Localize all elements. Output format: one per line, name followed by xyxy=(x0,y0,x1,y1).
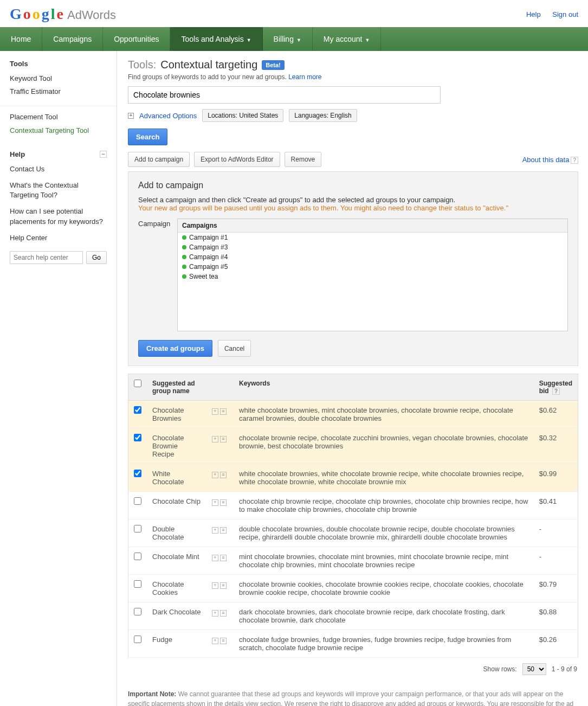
row-bid: $0.88 xyxy=(534,602,578,630)
nav-account[interactable]: My account▼ xyxy=(313,27,382,51)
sidebar-help-center[interactable]: Help Center xyxy=(10,232,107,245)
expand-icon[interactable]: + xyxy=(212,582,218,589)
col-keywords-header[interactable]: Keywords xyxy=(234,374,534,401)
row-bid: - xyxy=(534,547,578,575)
nav-campaigns[interactable]: Campaigns xyxy=(42,27,103,51)
col-bid-header[interactable]: Suggested bid ? xyxy=(534,374,578,401)
row-keywords: chocolate chip brownie recipe, chocolate… xyxy=(234,492,534,519)
nav-opportunities[interactable]: Opportunities xyxy=(103,27,170,51)
row-checkbox[interactable] xyxy=(134,470,141,477)
expand-icon[interactable]: + xyxy=(212,436,218,442)
row-checkbox[interactable] xyxy=(134,636,141,643)
row-checkbox[interactable] xyxy=(134,580,141,588)
select-all-checkbox[interactable] xyxy=(134,380,141,387)
row-keywords: mint chocolate brownies, chocolate mint … xyxy=(234,547,534,575)
advanced-options-link[interactable]: Advanced Options xyxy=(139,112,197,120)
row-bid: - xyxy=(534,519,578,547)
list-icon[interactable]: ≡ xyxy=(220,436,227,442)
nav-tools[interactable]: Tools and Analysis▼ xyxy=(170,27,262,51)
row-bid: $0.26 xyxy=(534,630,578,658)
help-icon: ? xyxy=(571,157,578,164)
row-checkbox[interactable] xyxy=(134,608,141,615)
list-icon[interactable]: ≡ xyxy=(220,582,227,589)
cancel-button[interactable]: Cancel xyxy=(218,340,251,357)
expand-icon[interactable]: + xyxy=(212,610,218,617)
nav-home[interactable]: Home xyxy=(0,27,42,51)
campaign-item[interactable]: Campaign #5 xyxy=(178,262,567,272)
list-icon[interactable]: ≡ xyxy=(220,527,227,534)
sidebar-contextual-tool[interactable]: Contextual Targeting Tool xyxy=(10,124,107,137)
expand-icon[interactable]: + xyxy=(128,113,134,119)
important-note: Important Note: We cannot guarantee that… xyxy=(128,689,578,706)
sidebar-tools-heading: Tools xyxy=(10,57,107,72)
row-checkbox[interactable] xyxy=(134,525,141,532)
search-help-input[interactable] xyxy=(10,251,83,264)
expand-icon[interactable]: + xyxy=(212,408,218,415)
panel-title: Add to campaign xyxy=(138,181,568,190)
expand-icon[interactable]: + xyxy=(212,527,218,534)
sidebar: Tools Keyword Tool Traffic Estimator Pla… xyxy=(0,51,117,706)
campaign-item[interactable]: Campaign #4 xyxy=(178,252,567,262)
row-name: Double Chocolate xyxy=(147,519,206,547)
sidebar-placement-tool[interactable]: Placement Tool xyxy=(10,111,107,124)
col-name-header[interactable]: Suggested ad group name xyxy=(147,374,206,401)
row-bid: $0.99 xyxy=(534,464,578,492)
add-to-campaign-button[interactable]: Add to campaign xyxy=(128,152,190,167)
campaign-item[interactable]: Campaign #3 xyxy=(178,242,567,252)
row-bid: $0.32 xyxy=(534,428,578,464)
row-checkbox[interactable] xyxy=(134,497,141,505)
row-name: Dark Chocolate xyxy=(147,602,206,630)
list-icon[interactable]: ≡ xyxy=(220,499,227,506)
sidebar-help-heading: Help − xyxy=(10,148,107,163)
campaign-item[interactable]: Sweet tea xyxy=(178,272,567,281)
list-icon[interactable]: ≡ xyxy=(220,610,227,617)
rows-select[interactable]: 50 xyxy=(522,663,546,675)
campaign-item[interactable]: Campaign #1 xyxy=(178,233,567,242)
about-data-link[interactable]: About this data? xyxy=(522,156,578,164)
status-dot-icon xyxy=(182,255,186,259)
sidebar-keyword-tool[interactable]: Keyword Tool xyxy=(10,72,107,85)
status-dot-icon xyxy=(182,245,186,249)
learn-more-link[interactable]: Learn more xyxy=(288,73,321,81)
row-name: White Chocolate xyxy=(147,464,206,492)
expand-icon[interactable]: + xyxy=(212,472,218,478)
export-button[interactable]: Export to AdWords Editor xyxy=(194,152,280,167)
sidebar-what-is[interactable]: What's the Contextual Targeting Tool? xyxy=(10,179,107,202)
keyword-search-input[interactable] xyxy=(128,86,441,104)
list-icon[interactable]: ≡ xyxy=(220,408,227,415)
row-keywords: double chocolate brownies, double chocol… xyxy=(234,519,534,547)
campaign-list: Campaigns Campaign #1Campaign #3Campaign… xyxy=(177,219,568,331)
sidebar-traffic-estimator[interactable]: Traffic Estimator xyxy=(10,85,107,98)
signout-link[interactable]: Sign out xyxy=(552,10,578,18)
row-keywords: dark chocolate brownies, dark chocolate … xyxy=(234,602,534,630)
row-bid: $0.62 xyxy=(534,401,578,428)
row-keywords: chocolate brownie cookies, chocolate bro… xyxy=(234,575,534,602)
sidebar-placements[interactable]: How can I see potential placements for m… xyxy=(10,205,107,228)
languages-chip[interactable]: Languages: English xyxy=(289,109,357,122)
list-icon[interactable]: ≡ xyxy=(220,638,227,644)
sidebar-contact[interactable]: Contact Us xyxy=(10,163,107,176)
expand-icon[interactable]: + xyxy=(212,555,218,561)
search-help-go[interactable]: Go xyxy=(86,251,107,264)
beta-badge: Beta! xyxy=(262,60,285,70)
panel-desc: Select a campaign and then click "Create… xyxy=(138,196,568,204)
collapse-icon[interactable]: − xyxy=(100,151,107,158)
list-icon[interactable]: ≡ xyxy=(220,472,227,478)
create-ad-groups-button[interactable]: Create ad groups xyxy=(138,340,212,357)
row-checkbox[interactable] xyxy=(134,553,141,560)
help-link[interactable]: Help xyxy=(526,10,541,18)
nav-billing[interactable]: Billing▼ xyxy=(263,27,313,51)
list-icon[interactable]: ≡ xyxy=(220,555,227,561)
page-title: Contextual targeting xyxy=(160,59,257,71)
row-name: Fudge xyxy=(147,630,206,658)
status-dot-icon xyxy=(182,265,186,269)
expand-icon[interactable]: + xyxy=(212,499,218,506)
locations-chip[interactable]: Locations: United States xyxy=(202,109,283,122)
row-checkbox[interactable] xyxy=(134,434,141,441)
expand-icon[interactable]: + xyxy=(212,638,218,644)
remove-button[interactable]: Remove xyxy=(285,152,322,167)
tools-label: Tools: xyxy=(128,59,156,71)
search-button[interactable]: Search xyxy=(128,129,167,145)
results-table: Suggested ad group name Keywords Suggest… xyxy=(128,374,578,658)
row-checkbox[interactable] xyxy=(134,406,141,414)
